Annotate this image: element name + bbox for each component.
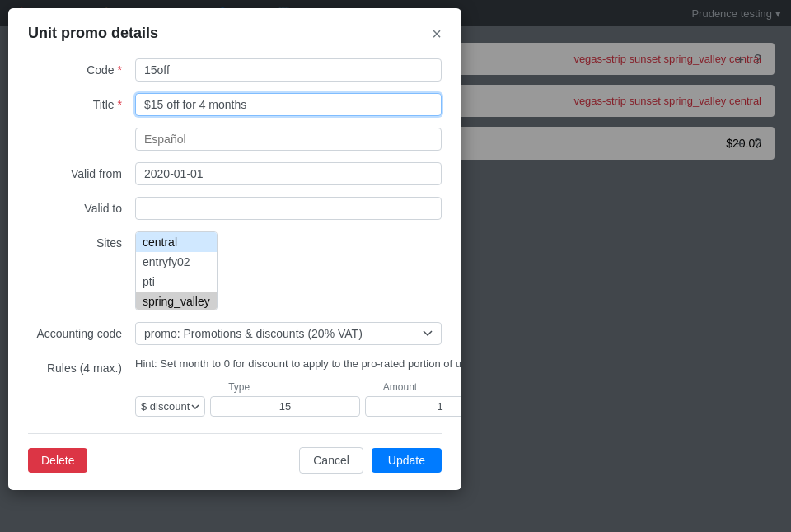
rules-content: Hint: Set month to 0 for discount to app… — [135, 357, 461, 417]
valid-to-input[interactable] — [135, 197, 442, 220]
code-label: Code * — [28, 58, 135, 77]
title-es-row — [28, 128, 442, 151]
rule-row-0: $ discount % discount $ fixed price ✕ — [135, 396, 461, 417]
col-amount-header: Amount — [348, 381, 452, 393]
accounting-code-label: Accounting code — [28, 322, 135, 340]
modal-header: Unit promo details × — [28, 25, 442, 42]
valid-to-label: Valid to — [28, 197, 135, 215]
modal-footer: Delete Cancel Update — [28, 433, 442, 474]
unit-promo-modal: Unit promo details × Code * Title * — [8, 8, 461, 490]
title-label: Title * — [28, 93, 135, 111]
rule-type-select-0[interactable]: $ discount % discount $ fixed price — [135, 396, 205, 417]
update-button[interactable]: Update — [372, 448, 442, 473]
rule-table: Type Amount Start Month End Month $ disc… — [135, 381, 461, 417]
rules-label: Rules (4 max.) — [28, 357, 135, 375]
modal-overlay: Unit promo details × Code * Title * — [0, 0, 791, 532]
title-es-input[interactable] — [135, 128, 442, 151]
valid-from-row: Valid from — [28, 162, 442, 185]
sites-label: Sites — [28, 231, 135, 250]
col-type-header: Type — [135, 381, 343, 393]
valid-from-input[interactable] — [135, 162, 442, 185]
rule-table-header: Type Amount Start Month End Month — [135, 381, 461, 393]
sites-row: Sites central entryfy02 pti spring_valle… — [28, 231, 442, 310]
sites-container: central entryfy02 pti spring_valley suns… — [135, 231, 442, 310]
accounting-code-select[interactable]: promo: Promotions & discounts (20% VAT) — [135, 322, 442, 345]
accounting-code-row: Accounting code promo: Promotions & disc… — [28, 322, 442, 345]
rule-amount-input-0[interactable] — [210, 396, 360, 417]
rules-hint: Hint: Set month to 0 for discount to app… — [135, 357, 461, 371]
valid-from-label: Valid from — [28, 162, 135, 180]
sites-select[interactable]: central entryfy02 pti spring_valley suns… — [135, 231, 218, 310]
rules-hint-row: Hint: Set month to 0 for discount to app… — [135, 357, 461, 373]
code-row: Code * — [28, 58, 442, 82]
col-start-header: Start Month — [457, 381, 461, 393]
modal-title: Unit promo details — [28, 25, 158, 42]
code-input[interactable] — [135, 58, 442, 82]
delete-button[interactable]: Delete — [28, 448, 87, 473]
valid-to-row: Valid to — [28, 197, 442, 220]
code-required-star: * — [118, 63, 122, 77]
modal-close-button[interactable]: × — [432, 26, 442, 42]
title-es-label — [28, 128, 135, 133]
title-en-input[interactable] — [135, 93, 442, 116]
title-en-row: Title * — [28, 93, 442, 116]
title-required-star: * — [118, 98, 122, 111]
rule-start-month-input-0[interactable] — [365, 396, 461, 417]
rules-row: Rules (4 max.) Hint: Set month to 0 for … — [28, 357, 442, 417]
cancel-button[interactable]: Cancel — [299, 447, 363, 474]
